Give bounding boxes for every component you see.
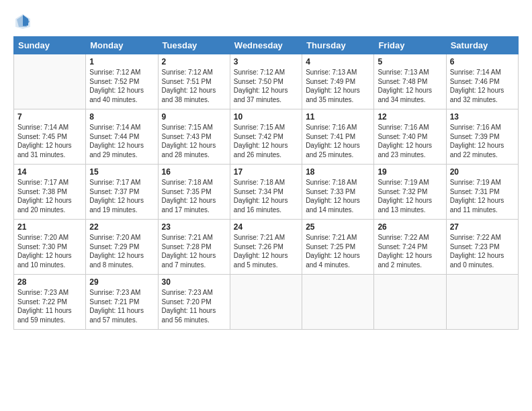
day-cell: 12Sunrise: 7:16 AM Sunset: 7:40 PM Dayli… [374, 109, 446, 165]
day-number: 16 [162, 167, 226, 177]
day-info: Sunrise: 7:18 AM Sunset: 7:33 PM Dayligh… [306, 178, 370, 214]
logo [13, 12, 35, 31]
day-cell: 29Sunrise: 7:23 AM Sunset: 7:21 PM Dayli… [86, 275, 158, 330]
col-header-wednesday: Wednesday [230, 37, 302, 54]
day-cell: 3Sunrise: 7:12 AM Sunset: 7:50 PM Daylig… [230, 54, 302, 109]
day-info: Sunrise: 7:13 AM Sunset: 7:49 PM Dayligh… [306, 68, 370, 104]
day-number: 30 [162, 277, 226, 287]
day-info: Sunrise: 7:14 AM Sunset: 7:45 PM Dayligh… [17, 123, 82, 159]
day-info: Sunrise: 7:19 AM Sunset: 7:31 PM Dayligh… [450, 178, 515, 214]
day-info: Sunrise: 7:19 AM Sunset: 7:32 PM Dayligh… [378, 178, 442, 214]
day-info: Sunrise: 7:22 AM Sunset: 7:24 PM Dayligh… [378, 233, 442, 269]
header-row: SundayMondayTuesdayWednesdayThursdayFrid… [14, 37, 519, 54]
day-number: 12 [378, 112, 442, 122]
day-cell [14, 54, 86, 109]
day-cell: 26Sunrise: 7:22 AM Sunset: 7:24 PM Dayli… [374, 220, 446, 275]
day-cell: 22Sunrise: 7:20 AM Sunset: 7:29 PM Dayli… [86, 220, 158, 275]
day-info: Sunrise: 7:14 AM Sunset: 7:44 PM Dayligh… [89, 123, 154, 159]
day-number: 17 [234, 167, 298, 177]
day-info: Sunrise: 7:16 AM Sunset: 7:40 PM Dayligh… [378, 123, 442, 159]
logo-icon [13, 12, 32, 31]
header [13, 12, 519, 31]
day-number: 19 [378, 167, 442, 177]
day-cell: 24Sunrise: 7:21 AM Sunset: 7:26 PM Dayli… [230, 220, 302, 275]
calendar: SundayMondayTuesdayWednesdayThursdayFrid… [13, 36, 519, 330]
day-number: 27 [450, 222, 515, 232]
col-header-friday: Friday [374, 37, 446, 54]
day-cell: 30Sunrise: 7:23 AM Sunset: 7:20 PM Dayli… [158, 275, 230, 330]
day-cell: 7Sunrise: 7:14 AM Sunset: 7:45 PM Daylig… [14, 109, 86, 165]
col-header-monday: Monday [86, 37, 158, 54]
day-info: Sunrise: 7:17 AM Sunset: 7:38 PM Dayligh… [17, 178, 82, 214]
day-info: Sunrise: 7:15 AM Sunset: 7:42 PM Dayligh… [234, 123, 298, 159]
day-cell [374, 275, 446, 330]
day-cell: 11Sunrise: 7:16 AM Sunset: 7:41 PM Dayli… [302, 109, 374, 165]
day-number: 4 [306, 57, 370, 66]
day-number: 1 [89, 57, 154, 66]
day-info: Sunrise: 7:18 AM Sunset: 7:34 PM Dayligh… [234, 178, 298, 214]
day-number: 8 [89, 112, 154, 122]
day-number: 29 [89, 277, 154, 287]
day-cell: 1Sunrise: 7:12 AM Sunset: 7:52 PM Daylig… [86, 54, 158, 109]
day-number: 7 [17, 112, 82, 122]
day-cell: 27Sunrise: 7:22 AM Sunset: 7:23 PM Dayli… [446, 220, 518, 275]
day-cell: 13Sunrise: 7:16 AM Sunset: 7:39 PM Dayli… [446, 109, 518, 165]
col-header-sunday: Sunday [14, 37, 86, 54]
day-cell: 2Sunrise: 7:12 AM Sunset: 7:51 PM Daylig… [158, 54, 230, 109]
day-number: 10 [234, 112, 298, 122]
week-row-2: 14Sunrise: 7:17 AM Sunset: 7:38 PM Dayli… [14, 165, 519, 220]
day-number: 23 [162, 222, 226, 232]
day-info: Sunrise: 7:12 AM Sunset: 7:50 PM Dayligh… [234, 68, 298, 104]
day-info: Sunrise: 7:16 AM Sunset: 7:41 PM Dayligh… [306, 123, 370, 159]
day-cell: 10Sunrise: 7:15 AM Sunset: 7:42 PM Dayli… [230, 109, 302, 165]
day-info: Sunrise: 7:16 AM Sunset: 7:39 PM Dayligh… [450, 123, 515, 159]
day-number: 24 [234, 222, 298, 232]
col-header-tuesday: Tuesday [158, 37, 230, 54]
day-number: 28 [17, 277, 82, 287]
day-cell: 4Sunrise: 7:13 AM Sunset: 7:49 PM Daylig… [302, 54, 374, 109]
day-cell: 14Sunrise: 7:17 AM Sunset: 7:38 PM Dayli… [14, 165, 86, 220]
col-header-saturday: Saturday [446, 37, 518, 54]
day-info: Sunrise: 7:21 AM Sunset: 7:26 PM Dayligh… [234, 233, 298, 269]
week-row-1: 7Sunrise: 7:14 AM Sunset: 7:45 PM Daylig… [14, 109, 519, 165]
week-row-0: 1Sunrise: 7:12 AM Sunset: 7:52 PM Daylig… [14, 54, 519, 109]
day-info: Sunrise: 7:23 AM Sunset: 7:21 PM Dayligh… [89, 288, 154, 324]
day-cell: 28Sunrise: 7:23 AM Sunset: 7:22 PM Dayli… [14, 275, 86, 330]
day-number: 20 [450, 167, 515, 177]
day-info: Sunrise: 7:18 AM Sunset: 7:35 PM Dayligh… [162, 178, 226, 214]
day-cell: 9Sunrise: 7:15 AM Sunset: 7:43 PM Daylig… [158, 109, 230, 165]
day-number: 6 [450, 57, 515, 66]
day-info: Sunrise: 7:15 AM Sunset: 7:43 PM Dayligh… [162, 123, 226, 159]
day-info: Sunrise: 7:23 AM Sunset: 7:20 PM Dayligh… [162, 288, 226, 324]
day-cell: 19Sunrise: 7:19 AM Sunset: 7:32 PM Dayli… [374, 165, 446, 220]
day-cell: 25Sunrise: 7:21 AM Sunset: 7:25 PM Dayli… [302, 220, 374, 275]
day-info: Sunrise: 7:14 AM Sunset: 7:46 PM Dayligh… [450, 68, 515, 104]
day-cell: 23Sunrise: 7:21 AM Sunset: 7:28 PM Dayli… [158, 220, 230, 275]
day-info: Sunrise: 7:13 AM Sunset: 7:48 PM Dayligh… [378, 68, 442, 104]
day-number: 14 [17, 167, 82, 177]
day-cell: 20Sunrise: 7:19 AM Sunset: 7:31 PM Dayli… [446, 165, 518, 220]
day-info: Sunrise: 7:20 AM Sunset: 7:30 PM Dayligh… [17, 233, 82, 269]
col-header-thursday: Thursday [302, 37, 374, 54]
day-number: 11 [306, 112, 370, 122]
day-cell [230, 275, 302, 330]
day-cell: 21Sunrise: 7:20 AM Sunset: 7:30 PM Dayli… [14, 220, 86, 275]
day-number: 2 [162, 57, 226, 66]
week-row-4: 28Sunrise: 7:23 AM Sunset: 7:22 PM Dayli… [14, 275, 519, 330]
day-info: Sunrise: 7:23 AM Sunset: 7:22 PM Dayligh… [17, 288, 82, 324]
day-number: 15 [89, 167, 154, 177]
day-cell: 18Sunrise: 7:18 AM Sunset: 7:33 PM Dayli… [302, 165, 374, 220]
page: SundayMondayTuesdayWednesdayThursdayFrid… [0, 0, 532, 411]
day-cell: 8Sunrise: 7:14 AM Sunset: 7:44 PM Daylig… [86, 109, 158, 165]
day-info: Sunrise: 7:17 AM Sunset: 7:37 PM Dayligh… [89, 178, 154, 214]
day-number: 26 [378, 222, 442, 232]
day-cell [446, 275, 518, 330]
day-cell: 15Sunrise: 7:17 AM Sunset: 7:37 PM Dayli… [86, 165, 158, 220]
day-number: 18 [306, 167, 370, 177]
day-number: 13 [450, 112, 515, 122]
day-number: 9 [162, 112, 226, 122]
day-cell: 17Sunrise: 7:18 AM Sunset: 7:34 PM Dayli… [230, 165, 302, 220]
day-cell: 16Sunrise: 7:18 AM Sunset: 7:35 PM Dayli… [158, 165, 230, 220]
week-row-3: 21Sunrise: 7:20 AM Sunset: 7:30 PM Dayli… [14, 220, 519, 275]
day-cell [302, 275, 374, 330]
